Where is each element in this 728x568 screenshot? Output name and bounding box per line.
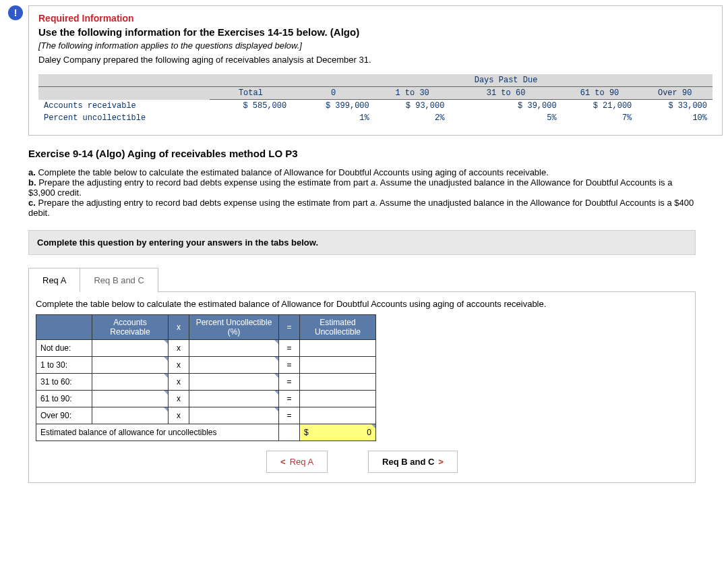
next-button[interactable]: Req B and C >: [368, 451, 458, 473]
ar-61-90: $ 21,000: [562, 100, 638, 113]
calc-row-label: Not due:: [36, 340, 92, 357]
x-cell: x: [169, 374, 189, 391]
eq-cell: =: [279, 340, 300, 357]
ar-0: $ 399,000: [292, 100, 375, 113]
prev-label: Req A: [290, 457, 313, 467]
ar-1-30: $ 93,000: [375, 100, 450, 113]
pu-0: 1%: [292, 112, 375, 124]
hint-box: Complete this question by entering your …: [28, 230, 696, 255]
x-cell: x: [169, 357, 189, 374]
ar-input-0[interactable]: [92, 340, 169, 357]
answer-panel: Complete the table below to calculate th…: [28, 291, 696, 483]
total-value-cell[interactable]: $0: [300, 424, 376, 441]
x-cell: x: [169, 340, 189, 357]
th-pct: Percent Uncollectible (%): [189, 315, 279, 340]
tab-req-b-c[interactable]: Req B and C: [80, 268, 158, 292]
eq-cell: =: [279, 374, 300, 391]
question-body: a. Complete the table below to calculate…: [28, 167, 696, 483]
nav-buttons: < Req A Req B and C >: [36, 451, 688, 473]
eq-cell: =: [279, 407, 300, 424]
est-cell-2: [300, 374, 376, 391]
col-0: 0: [292, 87, 375, 100]
eq-cell: =: [279, 391, 300, 407]
col-over-90: Over 90: [637, 87, 712, 100]
part-b-content-1: Prepare the adjusting entry to record ba…: [38, 177, 371, 188]
pct-input-2[interactable]: [189, 374, 279, 391]
ar-input-2[interactable]: [92, 374, 169, 391]
col-total: Total: [210, 87, 293, 100]
est-cell-4: [300, 407, 376, 424]
pct-input-1[interactable]: [189, 357, 279, 374]
part-a-label: a.: [28, 167, 36, 177]
ar-input-3[interactable]: [92, 391, 169, 407]
th-est: Estimated Uncollectible: [300, 315, 376, 340]
required-heading: Required Information: [38, 13, 712, 24]
calc-row-label: 61 to 90:: [36, 391, 92, 407]
col-61-90: 61 to 90: [562, 87, 638, 100]
ar-input-1[interactable]: [92, 357, 169, 374]
est-cell-0: [300, 340, 376, 357]
tabs: Req A Req B and C: [28, 267, 696, 291]
calc-row-label: 1 to 30:: [36, 357, 92, 374]
alert-icon: !: [8, 5, 23, 20]
part-c-content-1: Prepare the adjusting entry to record ba…: [38, 198, 370, 208]
required-subheading: Use the following information for the Ex…: [38, 26, 712, 38]
tab-req-a[interactable]: Req A: [28, 268, 80, 292]
calc-row-label: Over 90:: [36, 407, 92, 424]
ar-31-60: $ 39,000: [450, 100, 562, 113]
col-31-60: 31 to 60: [450, 87, 562, 100]
pct-input-4[interactable]: [189, 407, 279, 424]
pu-over-90: 10%: [637, 112, 712, 124]
est-cell-3: [300, 391, 376, 407]
pct-input-3[interactable]: [189, 391, 279, 407]
eq-cell: =: [279, 357, 300, 374]
calc-table: Accounts Receivable x Percent Uncollecti…: [36, 314, 459, 441]
th-eq: =: [279, 315, 300, 340]
calc-row-label: 31 to 60:: [36, 374, 92, 391]
row-ar-label: Accounts receivable: [38, 100, 210, 113]
required-paragraph: Daley Company prepared the following agi…: [38, 55, 712, 65]
dollar-sign: $: [304, 428, 309, 437]
exercise-heading: Exercise 9-14 (Algo) Aging of receivable…: [28, 148, 723, 159]
prev-button[interactable]: < Req A: [266, 451, 328, 473]
part-c-label: c.: [28, 198, 36, 208]
part-b-text: b. Prepare the adjusting entry to record…: [28, 177, 696, 198]
next-label: Req B and C: [382, 457, 434, 467]
pu-61-90: 7%: [562, 112, 638, 124]
required-information-card: Required Information Use the following i…: [28, 5, 723, 136]
pu-1-30: 2%: [375, 112, 450, 124]
est-cell-1: [300, 357, 376, 374]
required-italic: [The following information applies to th…: [38, 40, 712, 51]
ar-over-90: $ 33,000: [637, 100, 712, 113]
part-a-content: Complete the table below to calculate th…: [38, 167, 548, 177]
part-b-label: b.: [28, 177, 36, 188]
row-pu-label: Percent uncollectible: [38, 112, 210, 124]
col-1-30: 1 to 30: [375, 87, 450, 100]
th-x: x: [169, 315, 189, 340]
part-c-text: c. Prepare the adjusting entry to record…: [28, 198, 696, 218]
pu-31-60: 5%: [450, 112, 562, 124]
ar-input-4[interactable]: [92, 407, 169, 424]
th-ar: Accounts Receivable: [92, 315, 169, 340]
x-cell: x: [169, 407, 189, 424]
chevron-right-icon: >: [438, 457, 444, 467]
x-cell: x: [169, 391, 189, 407]
ar-total: $ 585,000: [210, 100, 293, 113]
total-label: Estimated balance of allowance for uncol…: [36, 424, 279, 441]
total-value: 0: [367, 428, 371, 437]
part-c-em: a: [370, 198, 375, 208]
days-past-due-header: Days Past Due: [450, 74, 562, 87]
aging-table: Days Past Due Total 0 1 to 30 31 to 60 6…: [38, 74, 712, 124]
pct-input-0[interactable]: [189, 340, 279, 357]
chevron-left-icon: <: [280, 457, 286, 467]
panel-prompt: Complete the table below to calculate th…: [36, 299, 688, 309]
part-a-text: a. Complete the table below to calculate…: [28, 167, 696, 177]
